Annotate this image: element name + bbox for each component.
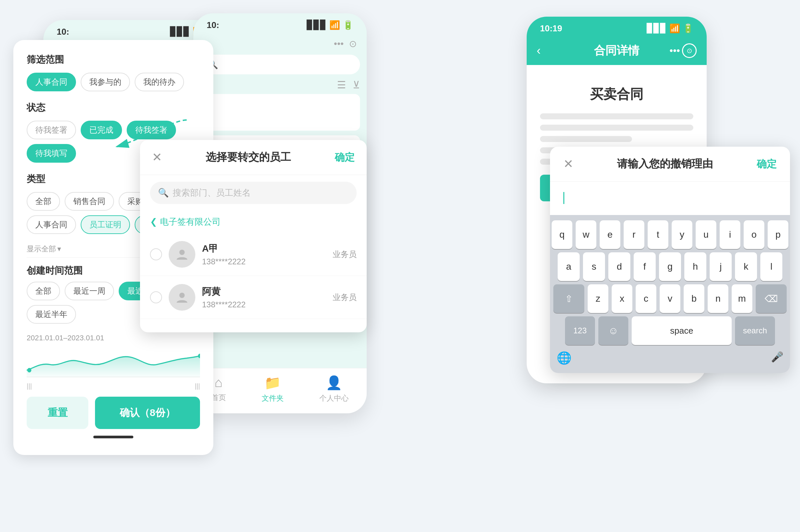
cancel-input-area[interactable]: [550, 182, 790, 215]
time-week[interactable]: 最近一周: [65, 282, 114, 300]
key-j[interactable]: j: [710, 252, 732, 281]
axis-right: |||: [195, 382, 200, 390]
mic-key[interactable]: 🎤: [771, 351, 783, 365]
keyboard: q w e r t y u i o p a s d f g h j k l ⇧ …: [550, 215, 790, 373]
status-wait-my-sign[interactable]: 待我签署: [27, 121, 76, 139]
employee-item-2[interactable]: 阿黄 138****2222 业务员: [140, 276, 367, 319]
key-s[interactable]: s: [583, 252, 605, 281]
sort-icon-mid[interactable]: ☰: [337, 79, 346, 91]
show-all-link[interactable]: 显示全部 ▾: [27, 244, 61, 254]
confirm-button[interactable]: 确认（8份）: [95, 397, 200, 429]
right-time: 10:19: [540, 23, 562, 34]
cancel-confirm-btn[interactable]: 确定: [757, 157, 777, 171]
key-c[interactable]: c: [636, 284, 656, 313]
type-hr[interactable]: 人事合同: [27, 215, 76, 234]
filter-status-title: 状态: [27, 101, 200, 114]
reset-button[interactable]: 重置: [27, 397, 88, 429]
employee-item-1[interactable]: A甲 138****2222 业务员: [140, 233, 367, 276]
middle-ellipsis-icon[interactable]: •••: [334, 38, 344, 49]
tag-hr-contract[interactable]: 人事合同: [27, 73, 76, 91]
cancel-header: ✕ 请输入您的撤销理由 确定: [550, 147, 790, 182]
emp-radio-2[interactable]: [150, 291, 162, 303]
key-x[interactable]: x: [612, 284, 632, 313]
globe-key[interactable]: 🌐: [557, 351, 572, 365]
search-icon-transfer: 🔍: [158, 188, 169, 198]
key-i[interactable]: i: [720, 220, 740, 249]
transfer-search-bar[interactable]: 🔍 搜索部门、员工姓名: [150, 182, 357, 204]
time-halfyear[interactable]: 最近半年: [27, 305, 76, 324]
emp-role-2: 业务员: [333, 292, 357, 303]
keyboard-row-5: 🌐 🎤: [553, 348, 787, 365]
right-status-bar: 10:19 ▊▊▊ 📶 🔋: [527, 17, 707, 36]
tag-participated[interactable]: 我参与的: [81, 73, 130, 91]
key-k[interactable]: k: [735, 252, 757, 281]
keyboard-spacer: [553, 365, 787, 370]
status-completed[interactable]: 已完成: [81, 121, 122, 139]
status-wait-fill[interactable]: 待我填写: [27, 144, 76, 163]
key-n[interactable]: n: [708, 284, 728, 313]
search-key[interactable]: search: [735, 316, 775, 345]
emp-phone-2: 138****2222: [202, 300, 326, 309]
tab-profile[interactable]: 👤 个人中心: [319, 375, 349, 403]
contract-line-2: [540, 125, 693, 131]
company-link[interactable]: ❮ 电子签有限公司: [140, 211, 367, 233]
key-p[interactable]: p: [768, 220, 788, 249]
emoji-key[interactable]: ☺: [598, 316, 628, 345]
key-h[interactable]: h: [684, 252, 706, 281]
middle-search-area: 🔍 ☰ ⊻: [193, 55, 367, 94]
num-key[interactable]: 123: [565, 316, 595, 345]
key-q[interactable]: q: [552, 220, 572, 249]
key-l[interactable]: l: [760, 252, 782, 281]
record-dot: ⊙: [687, 47, 692, 55]
key-b[interactable]: b: [684, 284, 704, 313]
key-o[interactable]: o: [744, 220, 764, 249]
key-y[interactable]: y: [672, 220, 692, 249]
middle-status-bar: 10: ▊▊▊ 📶 🔋: [193, 13, 367, 33]
key-e[interactable]: e: [600, 220, 620, 249]
filter-section-title: 筛选范围: [27, 53, 200, 66]
transfer-close-btn[interactable]: ✕: [152, 150, 162, 164]
cancel-close-btn[interactable]: ✕: [563, 157, 573, 171]
more-button[interactable]: •••: [669, 45, 680, 56]
back-button[interactable]: ‹: [537, 44, 541, 58]
middle-record-icon[interactable]: ⊙: [349, 38, 357, 49]
filter-icon-mid[interactable]: ⊻: [353, 79, 360, 91]
key-t[interactable]: t: [648, 220, 668, 249]
search-bar[interactable]: 🔍: [200, 55, 360, 74]
key-d[interactable]: d: [608, 252, 630, 281]
key-f[interactable]: f: [634, 252, 656, 281]
date-range-display: 2021.01.01–2023.01.01: [27, 334, 200, 342]
tab-home[interactable]: ⌂ 首页: [211, 375, 226, 403]
status-wait-sign[interactable]: 待我签署: [127, 121, 176, 139]
key-g[interactable]: g: [659, 252, 681, 281]
home-icon: ⌂: [215, 375, 223, 390]
delete-key[interactable]: ⌫: [756, 284, 787, 313]
type-sales[interactable]: 销售合同: [65, 192, 114, 211]
key-m[interactable]: m: [732, 284, 753, 313]
transfer-confirm-btn[interactable]: 确定: [335, 151, 355, 164]
record-button[interactable]: ⊙: [682, 43, 697, 58]
filter-time-title: 创建时间范围: [27, 264, 83, 277]
search-placeholder: 搜索部门、员工姓名: [173, 187, 251, 199]
key-a[interactable]: a: [558, 252, 580, 281]
type-employee-cert[interactable]: 员工证明: [81, 215, 130, 234]
type-all[interactable]: 全部: [27, 192, 60, 211]
key-w[interactable]: w: [576, 220, 596, 249]
trend-chart: [27, 348, 200, 378]
contract-title-area: 买卖合同: [527, 65, 707, 113]
time-all[interactable]: 全部: [27, 282, 60, 300]
chevron-down-icon: ▾: [57, 245, 61, 253]
emp-radio-1[interactable]: [150, 248, 162, 260]
tag-pending[interactable]: 我的待办: [135, 73, 184, 91]
key-u[interactable]: u: [696, 220, 716, 249]
key-z[interactable]: z: [588, 284, 608, 313]
svg-point-4: [179, 250, 185, 255]
shift-key[interactable]: ⇧: [553, 284, 584, 313]
cancel-panel: ✕ 请输入您的撤销理由 确定 q w e r t y u i o p a s d…: [550, 147, 790, 373]
key-r[interactable]: r: [624, 220, 644, 249]
space-key[interactable]: space: [632, 316, 732, 345]
tab-folder[interactable]: 📁 文件夹: [262, 375, 284, 403]
emp-info-1: A甲 138****2222: [202, 242, 326, 266]
chart-axis: ||| |||: [27, 382, 200, 390]
key-v[interactable]: v: [660, 284, 680, 313]
